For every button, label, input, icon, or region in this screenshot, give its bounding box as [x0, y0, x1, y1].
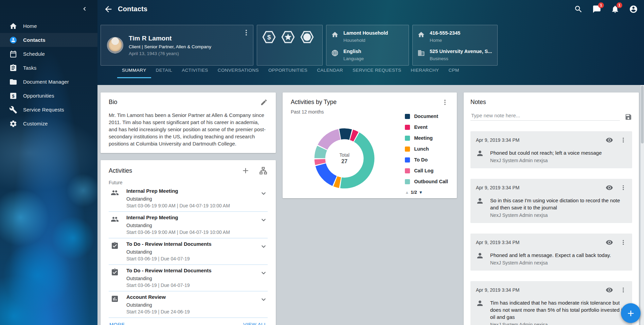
building-icon: [417, 49, 425, 57]
award-hexagon-badge[interactable]: [300, 30, 315, 45]
legend-item[interactable]: Event: [405, 122, 448, 133]
note-menu-kebab-icon[interactable]: [620, 137, 627, 143]
chevron-down-icon[interactable]: [260, 242, 268, 251]
activity-item[interactable]: Internal Prep Meeting Outstanding Start …: [109, 185, 268, 212]
chevron-down-icon[interactable]: [260, 295, 268, 304]
view-all-button[interactable]: VIEW ALL: [243, 322, 267, 325]
activity-title: Internal Prep Meeting: [126, 215, 260, 221]
edit-pencil-icon[interactable]: [260, 99, 268, 106]
note-item: Apr 9, 2019 3:34 PM Phoned and left a me…: [470, 234, 632, 271]
tab-opportunities[interactable]: OPPORTUNITIES: [264, 68, 312, 78]
tab-detail[interactable]: DETAIL: [151, 68, 177, 78]
activity-dates: Start 03-06-19 | Due 04-07-19: [126, 283, 260, 288]
chat-icon[interactable]: 1: [592, 5, 601, 14]
notes-title: Notes: [470, 99, 486, 105]
add-fab-button[interactable]: +: [621, 303, 641, 323]
chevron-down-icon[interactable]: [260, 216, 268, 224]
legend-item[interactable]: Outbound Call: [405, 176, 448, 187]
add-activity-icon[interactable]: [241, 166, 250, 175]
address-row[interactable]: 525 University Avenue, S... Business: [417, 49, 493, 61]
note-date: Apr 9, 2019 3:34 PM: [476, 137, 606, 143]
account-icon[interactable]: [629, 5, 638, 14]
contact-info-card: 416-555-2345 Home 525 University Avenue,…: [412, 25, 498, 66]
sidebar-nav: Home Contacts Schedule Tasks Document Ma…: [0, 19, 97, 131]
tab-summary[interactable]: SUMMARY: [117, 68, 151, 78]
contact-summary-card: Tim R Lamont Client | Senior Partner, Al…: [101, 25, 253, 66]
activity-item[interactable]: Account Review Outstanding Start 24-05-1…: [109, 291, 268, 318]
eye-icon[interactable]: [606, 184, 613, 191]
star-hexagon-badge[interactable]: [281, 30, 296, 45]
avatar[interactable]: [107, 37, 123, 53]
tab-conversations[interactable]: CONVERSATIONS: [213, 68, 264, 78]
chevron-down-icon[interactable]: [260, 189, 268, 198]
contact-menu-kebab-icon[interactable]: [242, 29, 250, 37]
scrollbar-thumb[interactable]: [641, 86, 644, 143]
legend-swatch: [405, 179, 410, 184]
household-type-label: Household: [343, 38, 388, 43]
pager-down-icon[interactable]: ▼: [419, 190, 423, 195]
chart-menu-kebab-icon[interactable]: [441, 99, 449, 106]
sidebar-item-opportunities[interactable]: $ Opportunities: [0, 89, 97, 103]
note-menu-kebab-icon[interactable]: [620, 184, 627, 191]
activities-by-type-card: Activities by Type Past 12 months Total …: [283, 92, 457, 198]
save-note-icon[interactable]: [625, 113, 632, 121]
activity-dates: Start 03-06-19 9:00 AM | Due 04-07-19 10…: [126, 229, 260, 235]
sidebar-item-label: Home: [23, 23, 37, 29]
household-row[interactable]: Lamont Household Household: [331, 30, 404, 43]
legend-item[interactable]: Meeting: [405, 133, 448, 143]
tab-activities[interactable]: ACTIVITIES: [177, 68, 213, 78]
bell-icon[interactable]: 1: [611, 5, 620, 14]
more-button[interactable]: MORE: [109, 322, 125, 325]
eye-icon[interactable]: [606, 239, 613, 246]
pager-up-icon[interactable]: ▲: [405, 190, 409, 195]
notification-badge: 1: [616, 2, 622, 8]
note-menu-kebab-icon[interactable]: [620, 239, 627, 246]
task-check-icon: [111, 242, 119, 250]
search-icon[interactable]: [574, 5, 583, 14]
chevron-down-icon[interactable]: [260, 269, 268, 277]
activity-item[interactable]: Internal Prep Meeting Outstanding Start …: [109, 212, 268, 238]
note-menu-kebab-icon[interactable]: [620, 287, 627, 293]
legend-item[interactable]: To Do: [405, 154, 448, 165]
tab-cpm[interactable]: CPM: [444, 68, 464, 78]
house-icon: [331, 31, 339, 38]
donut-chart[interactable]: Total 27: [312, 126, 376, 190]
sidebar-item-service-requests[interactable]: Service Requests: [0, 103, 97, 117]
phone-row[interactable]: 416-555-2345 Home: [417, 30, 493, 43]
sidebar-item-label: Contacts: [23, 37, 46, 43]
summary-content: Bio Mr. Tim Lamont has been a Senior Par…: [97, 85, 644, 325]
sidebar-item-contacts[interactable]: Contacts: [0, 33, 97, 47]
notes-card: Notes Apr 9, 2019 3:34 PM: [464, 92, 639, 325]
sidebar-item-schedule[interactable]: Schedule: [0, 47, 97, 61]
legend-item[interactable]: Lunch: [405, 143, 448, 154]
page-header: Contacts 1 1 Tim R Lamont: [97, 0, 644, 85]
address-label: Business: [430, 56, 492, 61]
contact-subtitle: Client | Senior Partner, Allen & Company: [129, 44, 211, 49]
new-note-input[interactable]: [470, 110, 620, 121]
eye-icon[interactable]: [606, 286, 613, 294]
sidebar-collapse-button[interactable]: [80, 4, 89, 14]
tab-calendar[interactable]: CALENDAR: [312, 68, 348, 78]
legend-item[interactable]: Document: [405, 111, 448, 122]
legend-swatch: [405, 147, 410, 152]
back-arrow-icon[interactable]: [104, 4, 113, 14]
activity-item[interactable]: To Do - Review Internal Documents Outsta…: [109, 238, 268, 265]
tab-hierarchy[interactable]: HIERARCHY: [406, 68, 444, 78]
legend-swatch: [405, 114, 410, 119]
bio-title: Bio: [109, 99, 117, 106]
sidebar-item-document-manager[interactable]: Document Manager: [0, 75, 97, 89]
dollar-hexagon-badge[interactable]: $: [262, 30, 276, 45]
sidebar-item-label: Opportunities: [23, 93, 54, 99]
people-icon: [111, 215, 119, 223]
legend-item[interactable]: Call Log: [405, 165, 448, 176]
sidebar-item-label: Tasks: [23, 65, 36, 71]
eye-icon[interactable]: [606, 136, 613, 144]
vertical-scrollbar[interactable]: [641, 85, 644, 325]
sidebar-item-customize[interactable]: Customize: [0, 117, 97, 131]
note-text: Phoned and left a message. Expect a call…: [490, 252, 611, 259]
sidebar-item-tasks[interactable]: Tasks: [0, 61, 97, 75]
hierarchy-view-icon[interactable]: [259, 166, 268, 175]
tab-service-requests[interactable]: SERVICE REQUESTS: [348, 68, 406, 78]
activity-item[interactable]: To Do - Review Internal Documents Outsta…: [109, 265, 268, 291]
sidebar-item-home[interactable]: Home: [0, 19, 97, 33]
